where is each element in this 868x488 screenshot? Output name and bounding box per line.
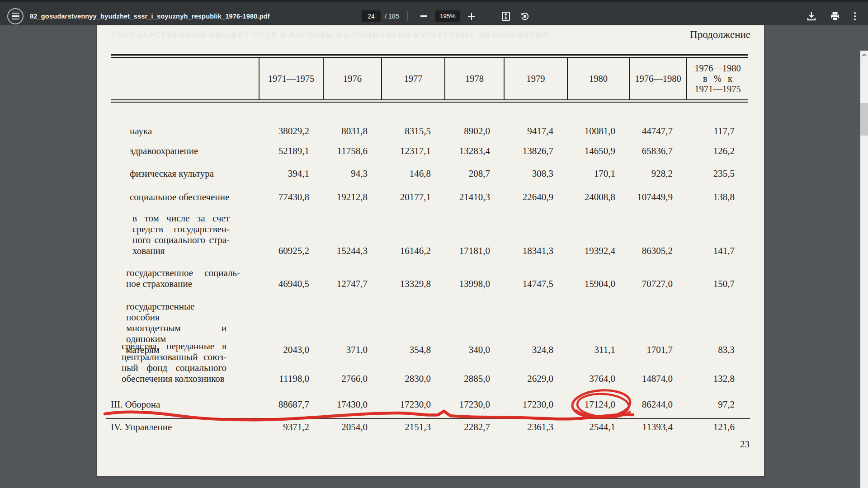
value-cell: 132,8 — [686, 373, 748, 384]
download-icon — [807, 11, 816, 21]
value-cell: 11198,0 — [259, 373, 323, 384]
scroll-up-button[interactable] — [860, 52, 868, 59]
value-cell: 22640,9 — [504, 192, 567, 202]
value-cell: 12317,1 — [381, 145, 444, 156]
zoom-in-button[interactable] — [463, 7, 480, 25]
row-label-line: средства, переданные в — [122, 341, 226, 352]
table-top-rule — [111, 54, 748, 58]
table-row: наука38029,28031,88315,58902,09417,41008… — [111, 126, 748, 136]
value-cell: 24008,8 — [567, 192, 629, 202]
column-header: 1976 — [323, 58, 381, 99]
row-label-line: III. Оборона — [111, 399, 259, 410]
value-cell: 8315,5 — [381, 126, 444, 136]
scrollbar-thumb[interactable] — [860, 103, 868, 136]
row-label-line: централизованный союз- — [122, 352, 226, 362]
row-label-line: хования — [132, 245, 230, 256]
table-header-rule — [111, 99, 748, 103]
fit-to-page-icon — [501, 11, 511, 21]
row-label-line: здравоохранение — [130, 145, 259, 156]
value-cell: 52189,1 — [259, 145, 323, 156]
value-cell: 13826,7 — [504, 145, 567, 156]
value-cell: 2629,0 — [504, 373, 567, 384]
value-cell: 146,8 — [381, 168, 444, 179]
value-cell: 19392,4 — [567, 245, 629, 256]
value-cell: 14747,5 — [504, 278, 567, 289]
value-cell: 97,2 — [686, 399, 748, 410]
value-cell: 16146,2 — [381, 245, 444, 256]
value-cell: 17124,0 — [567, 399, 629, 410]
page-number-input[interactable] — [362, 10, 381, 22]
zoom-level-display[interactable]: 195% — [435, 10, 460, 22]
more-vertical-icon — [854, 11, 856, 21]
row-label: III. Оборона — [111, 399, 259, 410]
row-label-line: обеспечения колхозников — [122, 373, 226, 384]
budget-table: 1971—1975197619771978197919801976—198019… — [111, 54, 748, 447]
value-cell: 15904,0 — [567, 278, 629, 289]
vertical-scrollbar[interactable] — [860, 51, 868, 488]
value-cell: 141,7 — [686, 245, 748, 256]
toolbar-separator — [407, 11, 408, 21]
row-label-line: средств государствен- — [132, 224, 230, 235]
minus-icon — [420, 15, 427, 16]
value-cell: 308,3 — [504, 168, 567, 179]
row-label: наука — [111, 126, 259, 136]
value-cell: 8902,0 — [444, 126, 504, 136]
menu-button[interactable] — [7, 8, 24, 24]
value-cell: 2151,3 — [381, 422, 444, 432]
rotate-button[interactable] — [515, 7, 534, 25]
row-label-line: ного социального стра- — [132, 235, 230, 245]
value-cell: 2361,3 — [504, 422, 567, 432]
row-label-line: наука — [130, 126, 259, 136]
column-header-line: в % к — [703, 74, 732, 84]
table-row: физическая культура394,194,3146,8208,730… — [111, 168, 748, 179]
value-cell: 2885,0 — [444, 373, 504, 384]
row-label-line: государственные пособия — [126, 301, 226, 323]
value-cell: 17230,0 — [504, 399, 567, 410]
row-label: социальное обеспечение — [111, 192, 259, 202]
value-cell: 2282,7 — [444, 422, 504, 432]
row-label-line: ный фонд социального — [122, 362, 226, 373]
value-cell: 18341,3 — [504, 245, 567, 256]
column-header: 1976—1980 — [629, 58, 686, 99]
value-cell: 77430,8 — [259, 192, 323, 202]
column-header-line: 1976—1980 — [635, 74, 681, 84]
column-header-line: 1978 — [465, 74, 484, 84]
value-cell: 94,3 — [323, 168, 381, 179]
row-label-line: ное страхование — [126, 278, 240, 289]
value-cell: 126,2 — [686, 145, 748, 156]
value-cell: 9417,4 — [504, 126, 567, 136]
toolbar-separator — [488, 11, 488, 21]
column-header-line: 1971—1975 — [268, 74, 315, 84]
column-header: 1978 — [444, 58, 504, 99]
value-cell: 394,1 — [259, 168, 323, 179]
hamburger-menu-icon — [12, 13, 19, 19]
plus-icon — [468, 13, 475, 20]
value-cell: 9371,2 — [259, 422, 323, 432]
value-cell: 170,1 — [567, 168, 629, 179]
value-cell: 13283,4 — [444, 145, 504, 156]
column-header-line: 1979 — [527, 74, 545, 84]
pdf-toolbar: 82_gosudarstvennyy_byudzhet_sssr_i_soyuz… — [0, 0, 868, 25]
row-label: физическая культура — [111, 168, 259, 179]
value-cell: 107449,9 — [629, 192, 686, 202]
fit-to-page-button[interactable] — [496, 7, 515, 25]
column-header-line: 1976—1980 — [694, 63, 741, 74]
row-label-line: физическая культура — [130, 168, 259, 179]
zoom-out-button[interactable] — [416, 7, 432, 25]
more-options-button[interactable] — [848, 7, 862, 25]
value-cell: 44747,7 — [629, 126, 686, 136]
row-label: в том числе за счетсредств государствен-… — [111, 213, 259, 256]
column-header-line: 1980 — [589, 74, 608, 84]
value-cell: 20177,1 — [381, 192, 444, 202]
value-cell: 2054,0 — [323, 422, 381, 432]
row-label-line: в том числе за счет — [132, 213, 230, 224]
print-button[interactable] — [825, 7, 845, 25]
value-cell: 138,8 — [686, 192, 748, 202]
download-button[interactable] — [801, 7, 822, 25]
column-header-line: 1971—1975 — [694, 84, 741, 94]
value-cell: 86305,2 — [629, 245, 686, 256]
row-label: средства, переданные вцентрализованный с… — [111, 341, 259, 384]
value-cell: 14874,0 — [629, 373, 686, 384]
row-label: государственное социаль-ное страхование — [111, 267, 259, 289]
value-cell: 17181,0 — [444, 245, 504, 256]
